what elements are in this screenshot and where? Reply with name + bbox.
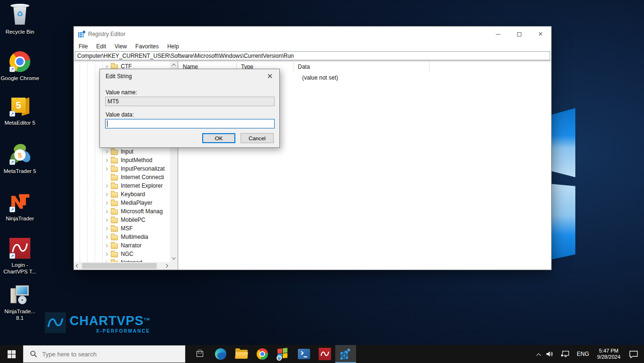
tray-clock[interactable]: 5:47 PM 9/28/2024	[593, 345, 624, 363]
taskbar-icon-windows-tool[interactable]	[273, 345, 294, 363]
scroll-up-button[interactable]	[170, 61, 178, 69]
tray-volume[interactable]	[543, 345, 557, 363]
folder-icon	[111, 201, 118, 206]
search-input[interactable]	[42, 351, 161, 358]
tree-item[interactable]: MSF	[74, 224, 170, 233]
tree-item[interactable]: MediaPlayer	[74, 199, 170, 207]
expand-chevron-icon[interactable]	[105, 167, 108, 170]
tree-item[interactable]: Multimedia	[74, 233, 170, 241]
scroll-right-button[interactable]	[162, 262, 170, 270]
value-name-field[interactable]	[105, 97, 275, 106]
desktop-icon-recycle-bin[interactable]: ♻ Recycle Bin	[0, 4, 40, 35]
desktop-icon-label: MetaEditor 5	[4, 119, 35, 126]
taskbar-icon-chrome[interactable]	[252, 345, 273, 363]
cancel-button[interactable]: Cancel	[241, 133, 274, 143]
task-view-button[interactable]	[189, 345, 210, 363]
minimize-button[interactable]	[487, 27, 509, 42]
expand-chevron-icon[interactable]	[105, 252, 108, 255]
close-button[interactable]: ×	[530, 27, 551, 42]
expand-chevron-icon[interactable]	[105, 218, 108, 221]
tree-item[interactable]: Internet Explorer	[74, 182, 170, 190]
desktop-icon-login-chartvps[interactable]: ↗ Login - ChartVPS T...	[0, 237, 40, 275]
tree-item[interactable]: Keyboard	[74, 190, 170, 199]
folder-icon	[111, 184, 118, 189]
window-titlebar[interactable]: Registry Editor ×	[74, 27, 551, 42]
tree-item[interactable]: Microsoft Manag	[74, 207, 170, 216]
recycle-bin-icon: ♻	[9, 4, 31, 27]
tree-item-label: MediaPlayer	[121, 200, 152, 206]
tree-item-label: Internet Explorer	[121, 182, 163, 189]
dialog-titlebar[interactable]: Edit String ✕	[100, 69, 279, 83]
tree-item[interactable]: Internet Connecti	[74, 173, 170, 182]
expand-chevron-icon[interactable]	[105, 184, 108, 187]
expand-chevron-icon[interactable]	[105, 235, 108, 238]
expand-chevron-icon[interactable]	[105, 244, 108, 247]
menu-favorites[interactable]: Favorites	[131, 43, 163, 50]
tree-item[interactable]: Input	[74, 147, 170, 156]
taskbar-icon-file-explorer[interactable]	[231, 345, 252, 363]
column-header-data[interactable]: Data	[298, 64, 310, 70]
chartvps-logo-icon	[45, 312, 66, 333]
tree-item-label: MobilePC	[121, 217, 145, 223]
scroll-down-button[interactable]	[170, 254, 178, 262]
scrollbar-thumb[interactable]	[82, 263, 157, 269]
expand-chevron-icon[interactable]	[105, 192, 108, 196]
start-button[interactable]	[0, 345, 23, 363]
dialog-close-icon[interactable]: ✕	[260, 69, 279, 83]
desktop-icon-label: Login - ChartVPS T...	[0, 262, 39, 275]
menu-help[interactable]: Help	[163, 43, 183, 50]
folder-icon	[111, 192, 118, 198]
menu-edit[interactable]: Edit	[92, 43, 110, 50]
desktop-icon-metatrader-5[interactable]: 5 ↗ MetaTrader 5	[0, 143, 40, 174]
value-data-field[interactable]	[105, 119, 275, 128]
desktop-icon-label: NinjaTrade... 8.1	[0, 308, 39, 321]
ok-button[interactable]: OK	[202, 133, 235, 143]
tree-item[interactable]: InputPersonalizat	[74, 164, 170, 173]
address-bar: Computer\HKEY_CURRENT_USER\Software\Micr…	[74, 51, 551, 61]
desktop-icon-label: MetaTrader 5	[4, 168, 36, 174]
taskbar-search-box[interactable]	[23, 345, 186, 363]
taskbar-icon-registry-editor[interactable]	[335, 345, 356, 363]
expand-chevron-icon[interactable]	[105, 209, 108, 213]
desktop-icon-google-chrome[interactable]: ↗ Google Chrome	[0, 50, 40, 82]
folder-icon	[111, 227, 118, 232]
tree-item[interactable]: InputMethod	[74, 156, 170, 164]
tree-item-label: InputMethod	[121, 157, 152, 163]
scroll-left-button[interactable]	[74, 262, 81, 270]
tree-item[interactable]: NGC	[74, 250, 170, 258]
metatrader-icon: 5 ↗	[9, 143, 31, 166]
expand-chevron-icon[interactable]	[105, 227, 108, 230]
expand-chevron-icon[interactable]	[105, 158, 108, 162]
tree-item-label: Multimedia	[121, 234, 148, 240]
taskbar-icon-edge[interactable]	[210, 345, 231, 363]
network-icon	[560, 350, 570, 358]
menu-file[interactable]: File	[79, 43, 92, 50]
edge-icon	[215, 348, 226, 360]
expand-chevron-icon[interactable]	[105, 201, 108, 204]
tray-show-hidden-icons[interactable]	[534, 345, 543, 363]
tree-item[interactable]: MobilePC	[74, 216, 170, 224]
folder-icon	[111, 209, 118, 215]
expand-chevron-icon[interactable]	[105, 150, 108, 153]
tree-horizontal-scrollbar[interactable]	[74, 262, 170, 270]
desktop-icon-ninjatrader[interactable]: ↗ NinjaTrader	[0, 191, 40, 222]
desktop: ♻ Recycle Bin ↗ Google Chrome 5 ↗ MetaEd…	[0, 0, 644, 363]
tray-language[interactable]: ENG	[572, 345, 593, 363]
taskbar-icon-powershell[interactable]	[294, 345, 314, 363]
tree-item[interactable]: Narrator	[74, 241, 170, 250]
desktop-icon-ninjatrader-installer[interactable]: NinjaTrade... 8.1	[0, 283, 40, 321]
chartvps-icon: ↗	[9, 237, 31, 260]
chevron-up-icon	[537, 353, 541, 358]
tray-network[interactable]	[557, 345, 572, 363]
desktop-icon-metaeditor-5[interactable]: 5 ↗ MetaEditor 5	[0, 95, 40, 126]
maximize-button[interactable]	[509, 27, 530, 42]
chartvps-icon	[319, 348, 331, 360]
shortcut-arrow-icon: ↗	[9, 207, 15, 212]
windows-tool-icon	[277, 348, 289, 360]
action-center-button[interactable]	[624, 345, 644, 363]
registry-path-field[interactable]: Computer\HKEY_CURRENT_USER\Software\Micr…	[75, 51, 550, 60]
menu-view[interactable]: View	[110, 43, 131, 50]
taskbar-icon-chartvps[interactable]	[314, 345, 335, 363]
speaker-icon	[546, 350, 555, 358]
expand-chevron-icon[interactable]	[105, 64, 108, 68]
